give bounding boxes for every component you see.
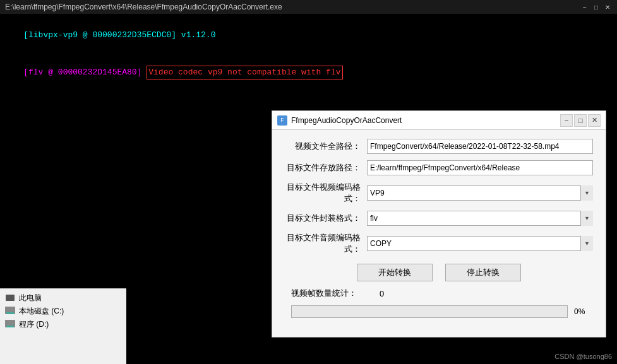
video-path-label: 视频文件全路径： [285, 141, 367, 152]
terminal-line-1: [libvpx-vp9 @ 00000232D35ECDC0] v1.12.0 [4, 16, 613, 54]
sidebar-item-drive-c-label: 本地磁盘 (C:) [19, 306, 64, 317]
output-path-row: 目标文件存放路径： [285, 160, 593, 175]
watermark-text: CSDN @tusong86 [554, 353, 612, 360]
sidebar: 此电脑 本地磁盘 (C:) 程序 (D:) [0, 288, 126, 364]
counter-row: 视频帧数量统计： 0 [285, 288, 593, 299]
main-window-controls: − □ ✕ [580, 3, 612, 11]
progress-text: 0% [574, 307, 593, 316]
dialog-window: F FfmpegAudioCopyOrAacConvert − □ ✕ 视频文件… [272, 110, 606, 338]
start-convert-button[interactable]: 开始转换 [357, 264, 433, 281]
output-path-label: 目标文件存放路径： [285, 162, 367, 173]
drive-c-icon [5, 307, 15, 317]
sidebar-item-drive-c[interactable]: 本地磁盘 (C:) [0, 305, 126, 318]
counter-value: 0 [380, 289, 384, 298]
dialog-maximize-button[interactable]: □ [574, 114, 587, 127]
sidebar-item-computer[interactable]: 此电脑 [0, 291, 126, 305]
video-path-input[interactable] [367, 139, 593, 154]
terminal-line2-prefix: [flv @ 00000232D145EA80] [23, 68, 147, 77]
audio-codec-row: 目标文件音频编码格式： COPY AAC MP3 ▼ [285, 232, 593, 255]
stop-convert-button[interactable]: 停止转换 [445, 264, 521, 281]
sidebar-item-drive-d-label: 程序 (D:) [19, 319, 49, 330]
main-maximize-button[interactable]: □ [592, 3, 601, 11]
dialog-title: FfmpegAudioCopyOrAacConvert [291, 116, 556, 125]
terminal-error-message: Video codec vp9 not compatible with flv [147, 66, 342, 79]
video-path-row: 视频文件全路径： [285, 139, 593, 154]
dialog-app-icon: F [277, 115, 287, 126]
container-select[interactable]: flv mp4 mkv avi [367, 211, 593, 226]
audio-codec-select-wrapper: COPY AAC MP3 ▼ [367, 236, 593, 251]
terminal-line-2: [flv @ 00000232D145EA80] Video codec vp9… [4, 54, 613, 92]
container-format-row: 目标文件封装格式： flv mp4 mkv avi ▼ [285, 211, 593, 226]
progress-row: 0% [285, 305, 593, 318]
watermark: CSDN @tusong86 [554, 353, 612, 360]
main-titlebar: E:\learn\ffmpeg\FfmpegConvert\x64\Releas… [0, 0, 617, 14]
dialog-minimize-button[interactable]: − [560, 114, 573, 127]
action-button-row: 开始转换 停止转换 [285, 264, 593, 281]
main-window-title: E:\learn\ffmpeg\FfmpegConvert\x64\Releas… [5, 3, 580, 11]
video-codec-select-wrapper: VP9 H264 H265 COPY ▼ [367, 185, 593, 201]
video-codec-label: 目标文件视频编码格式： [285, 182, 367, 204]
terminal-line1-text: [libvpx-vp9 @ 00000232D35ECDC0] v1.12.0 [23, 30, 215, 40]
dialog-controls: − □ ✕ [560, 114, 601, 127]
sidebar-item-computer-label: 此电脑 [19, 293, 42, 303]
main-close-button[interactable]: ✕ [603, 3, 612, 11]
dialog-body: 视频文件全路径： 目标文件存放路径： 目标文件视频编码格式： VP9 H264 … [272, 130, 606, 327]
container-format-label: 目标文件封装格式： [285, 213, 367, 224]
dialog-titlebar: F FfmpegAudioCopyOrAacConvert − □ ✕ [272, 111, 606, 130]
counter-label: 视频帧数量统计： [291, 288, 380, 299]
container-select-wrapper: flv mp4 mkv avi ▼ [367, 211, 593, 226]
computer-icon [5, 293, 15, 303]
progress-bar-wrapper [291, 305, 568, 318]
audio-codec-label: 目标文件音频编码格式： [285, 232, 367, 255]
dialog-close-button[interactable]: ✕ [588, 114, 601, 127]
main-minimize-button[interactable]: − [580, 3, 589, 11]
output-path-input[interactable] [367, 160, 593, 175]
video-codec-row: 目标文件视频编码格式： VP9 H264 H265 COPY ▼ [285, 182, 593, 204]
video-codec-select[interactable]: VP9 H264 H265 COPY [367, 185, 593, 201]
audio-codec-select[interactable]: COPY AAC MP3 [367, 236, 593, 251]
sidebar-item-drive-d[interactable]: 程序 (D:) [0, 318, 126, 331]
drive-d-icon [5, 320, 15, 330]
